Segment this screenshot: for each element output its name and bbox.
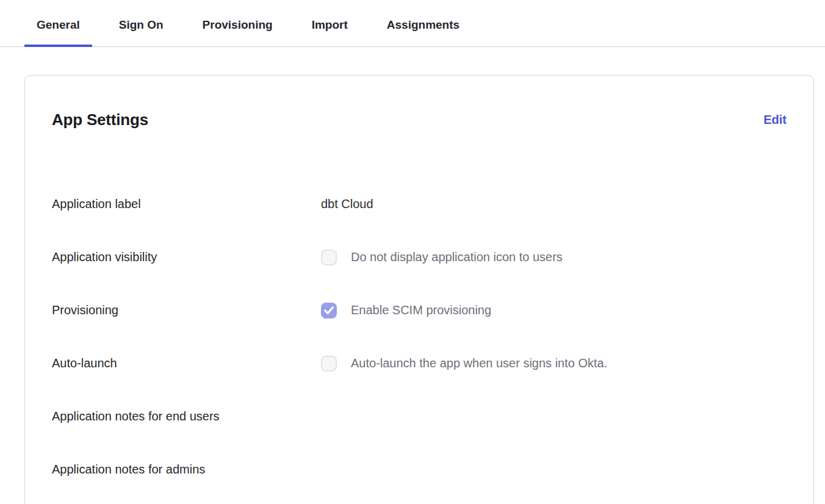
field-label: Application notes for end users — [52, 409, 321, 423]
row-notes-admins: Application notes for admins — [52, 461, 787, 479]
edit-button[interactable]: Edit — [763, 113, 787, 127]
row-notes-end-users: Application notes for end users — [52, 408, 787, 426]
tab-assignments[interactable]: Assignments — [375, 15, 472, 46]
field-label: Auto-launch — [52, 356, 321, 370]
tab-import[interactable]: Import — [300, 15, 360, 46]
provisioning-checkbox-group: Enable SCIM provisioning — [321, 303, 491, 319]
row-application-visibility: Application visibility Do not display ap… — [52, 248, 787, 267]
auto-launch-checkbox-group: Auto-launch the app when user signs into… — [321, 356, 607, 372]
field-label: Application notes for admins — [52, 463, 321, 477]
tab-provisioning[interactable]: Provisioning — [190, 15, 285, 46]
field-label: Provisioning — [52, 303, 321, 317]
app-tab-bar: General Sign On Provisioning Import Assi… — [0, 0, 825, 47]
row-application-label: Application label dbt Cloud — [52, 195, 787, 214]
auto-launch-checkbox[interactable] — [321, 356, 337, 372]
checkmark-icon — [324, 306, 334, 314]
row-auto-launch: Auto-launch Auto-launch the app when use… — [52, 355, 787, 373]
app-settings-card: App Settings Edit Application label dbt … — [24, 75, 814, 504]
visibility-checkbox-label: Do not display application icon to users — [351, 250, 563, 264]
application-label-value: dbt Cloud — [321, 197, 373, 211]
card-header: App Settings Edit — [52, 100, 787, 140]
auto-launch-checkbox-label: Auto-launch the app when user signs into… — [351, 356, 607, 370]
scim-provisioning-checkbox-label: Enable SCIM provisioning — [351, 303, 491, 317]
field-label: Application visibility — [52, 250, 321, 264]
row-provisioning: Provisioning Enable SCIM provisioning — [52, 301, 787, 320]
tab-general[interactable]: General — [24, 15, 92, 46]
visibility-checkbox-group: Do not display application icon to users — [321, 250, 563, 265]
visibility-checkbox[interactable] — [321, 250, 337, 265]
card-title: App Settings — [52, 110, 148, 129]
scim-provisioning-checkbox[interactable] — [321, 303, 337, 319]
tab-sign-on[interactable]: Sign On — [107, 15, 176, 46]
field-label: Application label — [52, 197, 321, 211]
